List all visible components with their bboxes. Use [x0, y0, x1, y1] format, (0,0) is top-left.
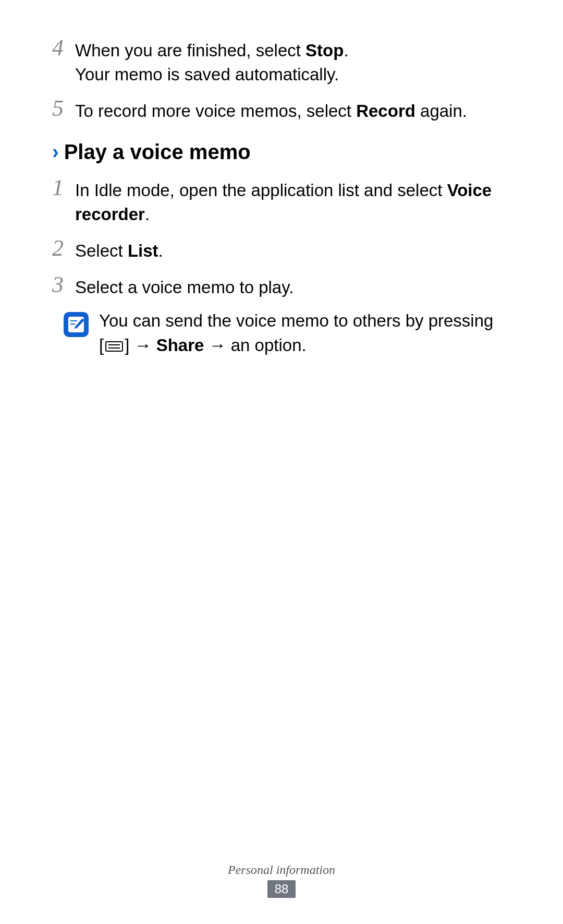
step-text: In Idle mode, open the application list …	[75, 175, 511, 226]
step-item: 4When you are finished, select Stop.Your…	[52, 35, 511, 87]
step-number: 2	[52, 236, 75, 261]
page-number: 88	[267, 880, 296, 898]
step-number: 5	[52, 96, 75, 121]
steps-before-heading: 4When you are finished, select Stop.Your…	[52, 35, 511, 124]
menu-icon	[105, 340, 124, 353]
footer-section-label: Personal information	[0, 863, 563, 877]
step-number: 1	[52, 175, 75, 200]
note-edit-icon	[63, 311, 90, 338]
step-item: 5To record more voice memos, select Reco…	[52, 96, 511, 123]
step-number: 3	[52, 272, 75, 297]
step-item: 2Select List.	[52, 236, 511, 263]
svg-rect-5	[106, 342, 123, 351]
note-item: You can send the voice memo to others by…	[52, 309, 511, 357]
step-text: Select List.	[75, 236, 511, 263]
page-footer: Personal information 88	[0, 863, 563, 898]
note-text: You can send the voice memo to others by…	[99, 309, 511, 357]
step-text: When you are finished, select Stop.Your …	[75, 35, 511, 87]
section-heading: › Play a voice memo	[52, 140, 511, 164]
steps-after-heading: 1In Idle mode, open the application list…	[52, 175, 511, 300]
step-item: 1In Idle mode, open the application list…	[52, 175, 511, 226]
step-text: Select a voice memo to play.	[75, 272, 511, 299]
page-content: 4When you are finished, select Stop.Your…	[52, 35, 511, 357]
step-text: To record more voice memos, select Recor…	[75, 96, 511, 123]
step-item: 3Select a voice memo to play.	[52, 272, 511, 299]
heading-text: Play a voice memo	[64, 140, 251, 164]
chevron-icon: ›	[52, 142, 59, 162]
step-number: 4	[52, 35, 75, 61]
